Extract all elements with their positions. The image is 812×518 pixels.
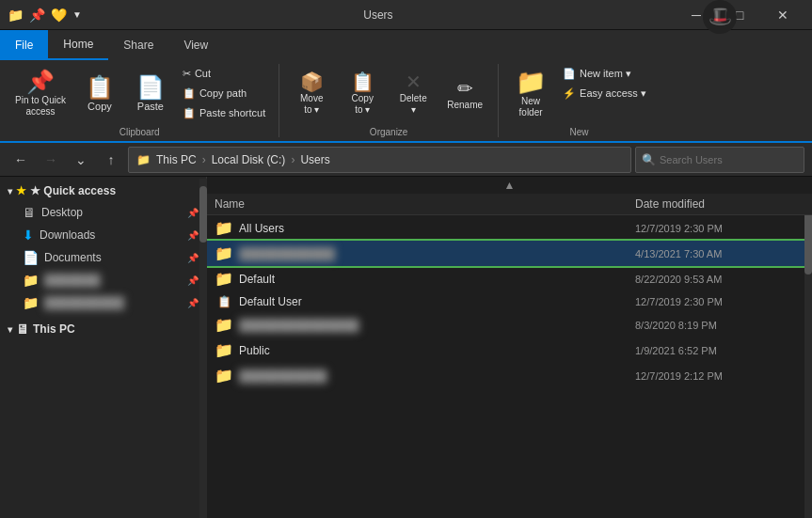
easy-access-btn[interactable]: ⚡ Easy access ▾ [557, 84, 652, 102]
new-folder-btn[interactable]: 📁 Newfolder [506, 64, 555, 124]
pin-badge-blurred2: 📌 [187, 298, 199, 308]
file-icon-blurred3: 📁 [215, 367, 233, 385]
search-icon: 🔍 [642, 153, 656, 166]
file-row-user-blurred[interactable]: 📁 ████████████ 4/13/2021 7:30 AM [207, 241, 812, 266]
file-name-user-blurred: ████████████ [239, 247, 629, 260]
file-icon-all-users: 📁 [215, 219, 233, 237]
col-date-header[interactable]: Date modified [635, 197, 804, 211]
blurred2-icon: 📁 [23, 295, 39, 310]
delete-btn[interactable]: ✕ Delete▾ [389, 64, 438, 124]
scrollbar-track[interactable] [804, 196, 812, 518]
search-input[interactable] [660, 154, 798, 165]
sidebar-desktop[interactable]: 🖥 Desktop 📌 [0, 201, 206, 224]
quick-access-header[interactable]: ▾ ★ ★ Quick access [0, 181, 206, 201]
recent-button[interactable]: ⌄ [68, 147, 94, 173]
cut-btn[interactable]: ✂ Cut [177, 64, 271, 83]
file-row-blurred3[interactable]: 📁 ███████████ 12/7/2019 2:12 PM [207, 363, 812, 388]
folder-icon: 📁 [8, 8, 24, 23]
desktop-label: Desktop [41, 206, 83, 219]
copy-path-icon: 📋 [183, 87, 196, 100]
copy-path-btn[interactable]: 📋 Copy path [177, 84, 271, 102]
pin-badge-downloads: 📌 [187, 230, 199, 241]
file-row-blurred2[interactable]: 📁 ███████████████ 8/3/2020 8:19 PM [207, 312, 812, 337]
organize-group: 📦 Moveto ▾ 📋 Copyto ▾ ✕ Delete▾ ✏ Rename… [279, 64, 499, 137]
file-row-public[interactable]: 📁 Public 1/9/2021 6:52 PM [207, 337, 812, 363]
blurred1-label: ███████ [44, 274, 101, 287]
watermark-logo [703, 0, 737, 34]
copy-to-btn[interactable]: 📋 Copyto ▾ [338, 64, 387, 124]
rename-icon: ✏ [457, 79, 473, 98]
sidebar-documents[interactable]: 📄 Documents 📌 [0, 246, 206, 269]
move-to-icon: 📦 [300, 72, 324, 91]
file-name-all-users: All Users [239, 222, 629, 235]
paste-btn[interactable]: 📄 Paste [126, 64, 175, 124]
delete-icon: ✕ [406, 72, 422, 91]
star-icon-title: 💛 [51, 8, 67, 23]
this-pc-expand-icon: ▾ [8, 324, 12, 335]
file-name-default-user: Default User [239, 295, 629, 308]
file-list: 📁 All Users 12/7/2019 2:30 PM 📁 ████████… [207, 215, 812, 518]
paste-shortcut-btn[interactable]: 📋 Paste shortcut [177, 103, 271, 122]
file-icon-user-blurred: 📁 [215, 244, 233, 262]
search-bar[interactable]: 🔍 [635, 147, 804, 173]
rename-btn[interactable]: ✏ Rename [439, 64, 490, 124]
desktop-icon: 🖥 [23, 205, 36, 220]
sidebar-blurred2[interactable]: 📁 ██████████ 📌 [0, 291, 206, 314]
easy-access-label: Easy access ▾ [580, 87, 646, 100]
up-button[interactable]: ↑ [98, 147, 124, 173]
clipboard-label: Clipboard [119, 127, 160, 137]
back-button[interactable]: ← [8, 147, 34, 173]
pin-icon: 📌 [29, 8, 45, 23]
sidebar-downloads[interactable]: ⬇ Downloads 📌 [0, 224, 206, 246]
file-name-blurred2: ███████████████ [239, 319, 629, 332]
file-row-all-users[interactable]: 📁 All Users 12/7/2019 2:30 PM [207, 215, 812, 241]
copy-to-icon: 📋 [351, 72, 374, 91]
new-folder-icon: 📁 [516, 70, 546, 94]
sidebar-blurred1[interactable]: 📁 ███████ 📌 [0, 269, 206, 291]
window-controls: ─ □ ✕ [675, 0, 804, 30]
file-icon-default-user: 📋 [215, 295, 233, 308]
pin-label: Pin to Quickaccess [15, 95, 66, 118]
file-name-blurred3: ███████████ [239, 369, 629, 383]
address-part-3: Users [300, 153, 329, 166]
easy-access-icon: ⚡ [563, 87, 576, 100]
file-row-default[interactable]: 📁 Default 8/22/2020 9:53 AM [207, 266, 812, 291]
file-date-all-users: 12/7/2019 2:30 PM [635, 223, 804, 234]
tab-share[interactable]: Share [108, 30, 168, 60]
downloads-label: Downloads [40, 228, 95, 242]
file-date-public: 1/9/2021 6:52 PM [635, 345, 804, 356]
ribbon-tabs: File Home Share View [0, 30, 812, 60]
toolbar: ← → ⌄ ↑ 📁 This PC › Local Disk (C:) › Us… [0, 143, 812, 177]
new-group-content: 📁 Newfolder 📄 New item ▾ ⚡ Easy access ▾ [506, 64, 652, 125]
downloads-icon: ⬇ [23, 228, 34, 243]
paste-icon: 📄 [136, 76, 165, 99]
delete-label: Delete▾ [400, 93, 427, 116]
close-button[interactable]: ✕ [761, 0, 804, 30]
file-date-blurred3: 12/7/2019 2:12 PM [635, 370, 804, 382]
new-item-btn[interactable]: 📄 New item ▾ [557, 64, 652, 83]
move-to-btn[interactable]: 📦 Moveto ▾ [287, 64, 336, 124]
copy-label: Copy [88, 101, 112, 112]
pin-to-quick-access-btn[interactable]: 📌 Pin to Quickaccess [8, 64, 73, 124]
tab-view[interactable]: View [168, 30, 223, 60]
new-label: New [569, 127, 588, 137]
address-bar[interactable]: 📁 This PC › Local Disk (C:) › Users [128, 147, 631, 173]
tab-home[interactable]: Home [48, 30, 108, 60]
col-name-header[interactable]: Name [215, 197, 635, 211]
file-icon-public: 📁 [215, 341, 233, 359]
collapse-arrow[interactable]: ▲ [207, 177, 812, 194]
main-layout: ▾ ★ ★ Quick access 🖥 Desktop 📌 ⬇ Downloa… [0, 177, 812, 518]
documents-icon: 📄 [23, 250, 39, 265]
this-pc-header[interactable]: ▾ 🖥 This PC [0, 318, 206, 340]
ribbon: 📌 Pin to Quickaccess 📋 Copy 📄 Paste ✂ Cu… [0, 60, 812, 143]
tab-file[interactable]: File [0, 30, 48, 60]
clipboard-group: 📌 Pin to Quickaccess 📋 Copy 📄 Paste ✂ Cu… [0, 64, 279, 137]
pin-badge-blurred1: 📌 [187, 275, 199, 286]
documents-label: Documents [44, 251, 102, 264]
dropdown-arrow[interactable]: ▼ [72, 9, 82, 20]
address-folder-icon: 📁 [136, 153, 151, 166]
file-row-default-user[interactable]: 📋 Default User 12/7/2019 2:30 PM [207, 291, 812, 312]
copy-btn[interactable]: 📋 Copy [75, 64, 124, 124]
forward-button[interactable]: → [38, 147, 64, 173]
copy-path-label: Copy path [199, 87, 247, 99]
